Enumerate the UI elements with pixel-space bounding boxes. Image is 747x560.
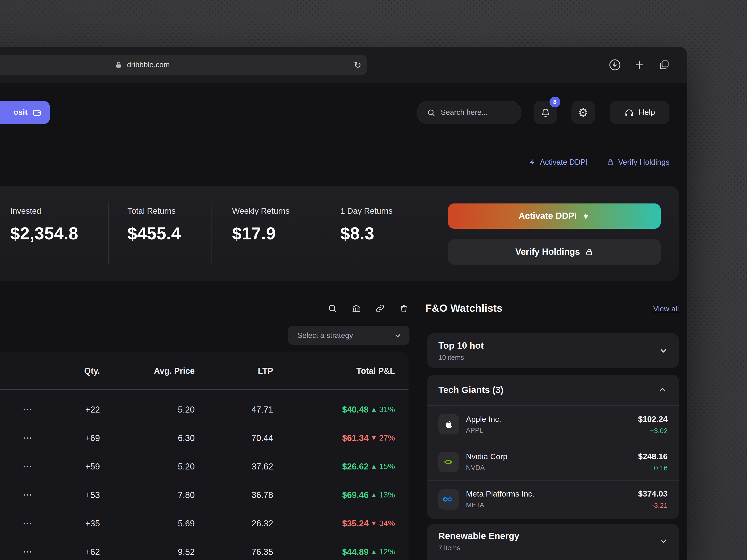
col-header-ltp: LTP [203, 366, 273, 376]
bank-icon[interactable] [351, 303, 362, 314]
deposit-button[interactable]: osit [0, 101, 50, 124]
headphones-icon [624, 108, 634, 117]
col-header-qty: Qty. [44, 366, 100, 376]
watchlist-item-meta[interactable]: Meta Platforms Inc. META $374.03 -3.21 [427, 480, 679, 517]
bolt-icon [529, 158, 536, 166]
trend-arrow-icon: ▲ [372, 492, 376, 498]
positions-toolbar [327, 303, 409, 314]
trend-arrow-icon: ▼ [372, 435, 376, 441]
watchlist-item-apple[interactable]: Apple Inc. APPL $102.24 +3.02 [427, 405, 679, 443]
trend-arrow-icon: ▼ [372, 521, 376, 526]
watchlist-card-top10[interactable]: Top 10 hot 10 items [427, 333, 679, 368]
deposit-label: osit [14, 108, 28, 117]
table-row[interactable]: ••• +62 9.52 76.35 $44.89▲12% [0, 538, 409, 560]
positions-table: Qty. Avg. Price LTP Total P&L ••• +22 5.… [0, 352, 409, 560]
bolt-icon [582, 212, 590, 220]
meta-logo-icon [438, 489, 459, 509]
table-row[interactable]: ••• +53 7.80 36.78 $69.46▲13% [0, 481, 409, 509]
header-divider [0, 389, 409, 390]
apple-logo-icon [438, 414, 459, 434]
divider [322, 203, 322, 264]
search-icon [427, 108, 436, 117]
divider [211, 203, 212, 264]
notification-badge: 8 [549, 97, 560, 107]
link-icon[interactable] [375, 303, 386, 314]
settings-button[interactable]: ⚙ [571, 101, 595, 124]
stat-1day-returns: 1 Day Returns $8.3 [340, 206, 393, 244]
search-placeholder: Search here... [441, 108, 488, 117]
help-button[interactable]: Help [610, 101, 670, 124]
lock-icon [607, 158, 614, 166]
row-menu-button[interactable]: ••• [11, 395, 45, 424]
activate-ddpi-link[interactable]: Activate DDPI [529, 158, 588, 167]
row-menu-button[interactable]: ••• [11, 538, 45, 560]
lock-icon [585, 248, 593, 256]
strategy-placeholder: Select a strategy [298, 331, 353, 340]
row-menu-button[interactable]: ••• [11, 481, 45, 509]
download-button[interactable] [609, 59, 621, 71]
view-all-link[interactable]: View all [653, 305, 679, 313]
nvidia-logo-icon [438, 452, 459, 472]
col-header-total-pnl: Total P&L [274, 366, 395, 376]
bag-icon[interactable] [398, 303, 409, 314]
url-bar[interactable]: dribbble.com ↻ [0, 55, 367, 75]
wallet-icon [32, 108, 42, 117]
trend-arrow-icon: ▲ [372, 464, 376, 469]
ssl-lock-icon [114, 60, 123, 70]
url-text: dribbble.com [127, 55, 170, 75]
watchlist-card-header[interactable]: Tech Giants (3) [427, 375, 679, 405]
search-input[interactable]: Search here... [417, 101, 521, 124]
table-row[interactable]: ••• +35 5.69 26.32 $35.24▼34% [0, 509, 409, 538]
tabs-overview-button[interactable] [658, 59, 670, 71]
help-label: Help [639, 108, 655, 117]
browser-window: dribbble.com ↻ osit [0, 47, 687, 560]
row-menu-button[interactable]: ••• [11, 509, 45, 538]
chevron-down-icon[interactable] [658, 345, 669, 355]
table-row[interactable]: ••• +59 5.20 37.62 $26.62▲15% [0, 452, 409, 481]
watchlist-card-tech-giants: Tech Giants (3) Apple Inc. APPL $102.24 … [427, 375, 679, 519]
watchlists-title: F&O Watchlists [425, 302, 503, 315]
verify-holdings-link[interactable]: Verify Holdings [607, 158, 670, 167]
watchlist-item-nvidia[interactable]: Nvidia Corp NVDA $248.16 +0.16 [427, 443, 679, 480]
browser-toolbar: dribbble.com ↻ [0, 47, 687, 83]
new-tab-button[interactable] [634, 59, 646, 71]
row-menu-button[interactable]: ••• [11, 424, 45, 452]
browser-window-buttons [609, 47, 670, 83]
reload-button[interactable]: ↻ [348, 55, 367, 75]
verify-holdings-button[interactable]: Verify Holdings [448, 239, 661, 265]
bell-icon [540, 107, 551, 118]
chevron-down-icon [393, 331, 402, 340]
stat-weekly-returns: Weekly Returns $17.9 [232, 206, 289, 244]
divider [108, 203, 109, 264]
screenshot-stage: dribbble.com ↻ osit [0, 0, 747, 560]
strategy-select[interactable]: Select a strategy [288, 326, 409, 345]
activate-ddpi-button[interactable]: Activate DDPI [448, 204, 661, 229]
trend-arrow-icon: ▲ [372, 407, 376, 412]
stat-total-returns: Total Returns $455.4 [127, 206, 181, 244]
gear-icon: ⚙ [578, 106, 589, 119]
table-row[interactable]: ••• +22 5.20 47.71 $40.48▲31% [0, 395, 409, 424]
quick-links: Activate DDPI Verify Holdings [529, 158, 670, 167]
table-row[interactable]: ••• +69 6.30 70.44 $61.34▼27% [0, 424, 409, 452]
trend-arrow-icon: ▲ [372, 549, 376, 554]
notifications-button[interactable]: 8 [534, 101, 557, 124]
chevron-down-icon[interactable] [658, 536, 669, 546]
row-menu-button[interactable]: ••• [11, 452, 45, 481]
search-icon[interactable] [327, 303, 338, 314]
portfolio-summary-card: Invested $2,354.8 Total Returns $455.4 W… [0, 186, 679, 281]
chevron-up-icon[interactable] [658, 385, 668, 395]
stat-invested: Invested $2,354.8 [10, 206, 78, 244]
col-header-avg-price: Avg. Price [125, 366, 195, 376]
watchlist-card-renewable-energy[interactable]: Renewable Energy 7 items [427, 524, 679, 560]
